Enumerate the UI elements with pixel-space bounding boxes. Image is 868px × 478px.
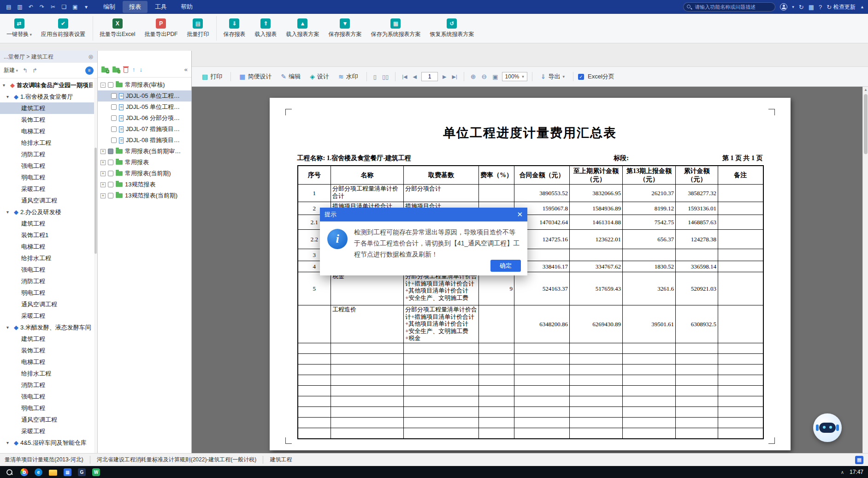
report-tree-item[interactable]: 常用报表(审核) — [98, 79, 191, 90]
report-tree-item[interactable]: 常用报表 — [98, 157, 191, 168]
project-tree-item[interactable]: ◆ 3.米醋发酵、液态发酵车间 — [0, 322, 97, 333]
ribbon-button[interactable]: ↺ 恢复系统报表方案 — [425, 16, 478, 41]
project-tree-item[interactable]: ◆ 消防工程 — [0, 379, 97, 391]
app-menu-icon[interactable]: ▤ — [4, 2, 14, 12]
collapse-panel-icon[interactable]: « — [184, 66, 188, 73]
new-button[interactable]: 新建 — [4, 66, 18, 74]
move-up-icon[interactable]: ↑ — [132, 66, 136, 73]
status-item[interactable]: 建筑工程 — [263, 456, 292, 464]
expander-icon[interactable] — [100, 193, 106, 198]
ribbon-button[interactable]: P 批量导出PDF — [140, 16, 182, 41]
multi-page-view-icon[interactable]: ▯▯ — [380, 72, 390, 81]
delete-report-icon[interactable] — [124, 67, 128, 73]
project-tree-item[interactable]: ◆ 1.宿舍楼及食堂餐厅 — [0, 91, 97, 102]
report-checkbox[interactable] — [111, 137, 117, 143]
expander-icon[interactable] — [6, 209, 12, 215]
report-checkbox[interactable] — [111, 93, 117, 99]
project-tree-item[interactable]: ◆ 弱电工程 — [0, 402, 97, 414]
status-item[interactable]: 河北省建设工程消耗量标准及计算规则(2022)-建筑工程(一般计税) — [90, 456, 257, 464]
report-tree-item[interactable]: 常用报表(当前期审… — [98, 146, 191, 157]
report-checkbox[interactable] — [108, 149, 113, 154]
sync-icon[interactable]: ↻ — [799, 4, 804, 11]
report-checkbox[interactable] — [108, 193, 113, 198]
chrome-icon[interactable] — [20, 468, 28, 476]
simple-design-button[interactable]: ▦ 简便设计 — [236, 71, 275, 83]
fit-page-icon[interactable]: ▣ — [490, 72, 500, 81]
prev-page-icon[interactable]: ◀ — [411, 73, 419, 81]
zoom-out-icon[interactable]: ⊖ — [480, 72, 489, 81]
expander-icon[interactable] — [6, 440, 12, 445]
file-explorer-icon[interactable] — [49, 470, 57, 476]
project-tree-item[interactable]: ◆ 消防工程 — [0, 149, 97, 160]
status-item[interactable]: 量清单项目计量规范(2013-河北) — [5, 456, 83, 464]
project-tree-item[interactable]: ◆ 给排水工程 — [0, 137, 97, 149]
page-number-input[interactable] — [421, 72, 438, 81]
project-tree-item[interactable]: ◆ 首农调味食品产业园一期项目 — [0, 79, 97, 91]
menu-tab[interactable]: 帮助 — [174, 1, 199, 13]
project-tree-item[interactable]: ◆ 2.办公及研发楼 — [0, 206, 97, 218]
next-node-icon[interactable]: ↱ — [32, 67, 37, 74]
check-update-button[interactable]: ↻ 检查更新 — [827, 3, 856, 11]
expander-icon[interactable] — [100, 83, 106, 88]
excel-paging-checkbox[interactable]: ✓ — [578, 74, 584, 80]
print-button[interactable]: ▤ 打印 — [198, 71, 226, 83]
report-checkbox[interactable] — [108, 182, 113, 187]
report-checkbox[interactable] — [111, 104, 117, 110]
project-tree-item[interactable]: ◆ 给排水工程 — [0, 368, 97, 379]
project-tree-item[interactable]: ◆ 采暖工程 — [0, 425, 97, 437]
undo-icon[interactable]: ↶ — [26, 2, 36, 12]
ribbon-button[interactable]: ⇓ 保存报表 — [216, 16, 250, 41]
load-report-folder-icon[interactable]: ↓ — [112, 68, 119, 72]
project-tree-item[interactable]: ◆ 电梯工程 — [0, 125, 97, 137]
move-down-icon[interactable]: ↓ — [140, 66, 143, 73]
report-tree-item[interactable]: 常用报表(当前期) — [98, 168, 191, 179]
help-center-icon[interactable]: ▦ — [855, 456, 863, 464]
zoom-select[interactable]: 100% — [502, 72, 527, 81]
project-tree-item[interactable]: ◆ 建筑工程 — [0, 102, 97, 114]
close-icon[interactable]: ⊗ — [88, 53, 94, 60]
dialog-titlebar[interactable]: 提示 ✕ — [320, 208, 527, 221]
paste-icon[interactable]: ▣ — [70, 2, 80, 12]
cut-icon[interactable]: ✂ — [48, 2, 58, 12]
export-button[interactable]: ⇓ 导出 — [537, 71, 568, 83]
report-tree-item[interactable]: JDJL-05 单位工程… — [98, 90, 191, 102]
project-tree-item[interactable]: ◆ 建筑工程 — [0, 218, 97, 229]
breadcrumb[interactable]: ...堂餐厅 > 建筑工程 ⊗ — [0, 51, 97, 63]
scrollbar-thumb[interactable] — [864, 94, 868, 154]
report-checkbox[interactable] — [108, 82, 113, 88]
wechat-icon[interactable]: W — [92, 468, 100, 476]
close-icon[interactable]: ✕ — [517, 210, 523, 219]
project-tree-scrollbar[interactable] — [94, 78, 97, 453]
expander-icon[interactable] — [100, 160, 106, 165]
next-page-icon[interactable]: ▶ — [441, 73, 448, 81]
report-tree-item[interactable]: JDJL-07 措施项目… — [98, 124, 191, 135]
project-tree-item[interactable]: ◆ 装饰工程 — [0, 345, 97, 356]
report-tree-item[interactable]: JDJL-05 单位工程… — [98, 102, 191, 113]
project-tree-item[interactable]: ◆ 4&5.湿碎车间及智能仓库 — [0, 437, 97, 448]
project-tree-item[interactable]: ◆ 强电工程 — [0, 264, 97, 275]
project-tree-item[interactable]: ◆ 强电工程 — [0, 160, 97, 172]
apps-grid-icon[interactable]: ▦ — [809, 4, 814, 11]
project-tree-item[interactable]: ◆ 采暖工程 — [0, 310, 97, 322]
report-tree-item[interactable]: JDJL-06 分部分项… — [98, 113, 191, 124]
ribbon-button[interactable]: ▲ 载入报表方案 — [281, 16, 324, 41]
collapse-ribbon-icon[interactable]: ▲ — [860, 5, 864, 9]
project-tree-item[interactable]: ◆ 装饰工程 — [0, 114, 97, 125]
expander-icon[interactable] — [100, 171, 106, 176]
menu-tab[interactable]: 报表 — [123, 1, 148, 13]
scroll-up-icon[interactable]: ▲ — [863, 88, 868, 92]
add-report-folder-icon[interactable]: + — [101, 68, 108, 72]
report-tree-item[interactable]: 13规范报表 — [98, 179, 191, 190]
project-tree-item[interactable]: ◆ 通风空调工程 — [0, 195, 97, 206]
report-tree-item[interactable]: JDJL-08 措施项目… — [98, 135, 191, 146]
ribbon-button[interactable]: X 批量导出Excel — [93, 16, 140, 41]
project-tree-item[interactable]: ◆ 给排水工程 — [0, 252, 97, 264]
menu-tab[interactable]: 工具 — [148, 1, 173, 13]
vertical-scrollbar[interactable]: ▲ — [862, 87, 868, 453]
report-checkbox[interactable] — [111, 115, 117, 121]
save-icon[interactable]: ▥ — [15, 2, 25, 12]
ribbon-button[interactable]: ✔ 应用当前报表设置 — [36, 16, 90, 41]
more-dropdown-icon[interactable]: ▾ — [81, 2, 91, 12]
watermark-button[interactable]: ≋ 水印 — [335, 71, 362, 83]
assistant-robot[interactable] — [813, 413, 842, 442]
